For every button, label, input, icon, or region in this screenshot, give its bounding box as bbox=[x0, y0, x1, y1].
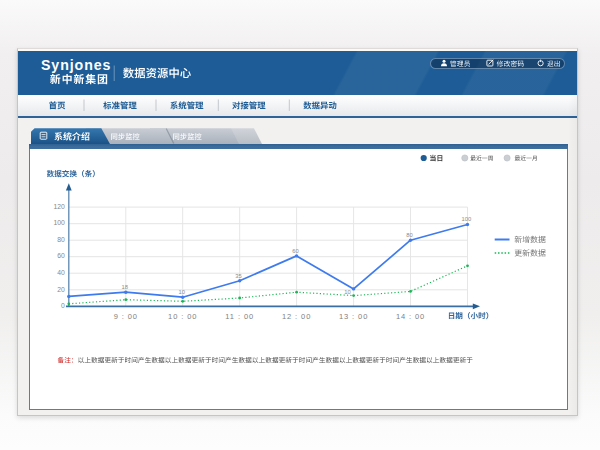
svg-text:14 : 00: 14 : 00 bbox=[396, 312, 425, 321]
svg-text:18: 18 bbox=[121, 284, 127, 290]
svg-text:35: 35 bbox=[235, 273, 241, 279]
svg-text:20: 20 bbox=[57, 286, 65, 293]
svg-text:9 : 00: 9 : 00 bbox=[114, 312, 138, 321]
svg-text:120: 120 bbox=[53, 203, 65, 210]
svg-text:11 : 00: 11 : 00 bbox=[225, 312, 254, 321]
svg-text:100: 100 bbox=[462, 216, 472, 222]
svg-text:10: 10 bbox=[178, 289, 184, 295]
svg-text:60: 60 bbox=[292, 248, 298, 254]
svg-text:80: 80 bbox=[57, 236, 65, 243]
svg-text:13 : 00: 13 : 00 bbox=[339, 312, 368, 321]
svg-text:10 : 00: 10 : 00 bbox=[168, 312, 197, 321]
svg-text:12 : 00: 12 : 00 bbox=[282, 312, 311, 321]
svg-text:100: 100 bbox=[53, 219, 65, 226]
svg-text:10: 10 bbox=[344, 289, 350, 295]
svg-text:80: 80 bbox=[406, 232, 412, 238]
svg-text:60: 60 bbox=[57, 252, 65, 259]
svg-text:40: 40 bbox=[57, 269, 65, 276]
svg-text:0: 0 bbox=[61, 302, 65, 309]
